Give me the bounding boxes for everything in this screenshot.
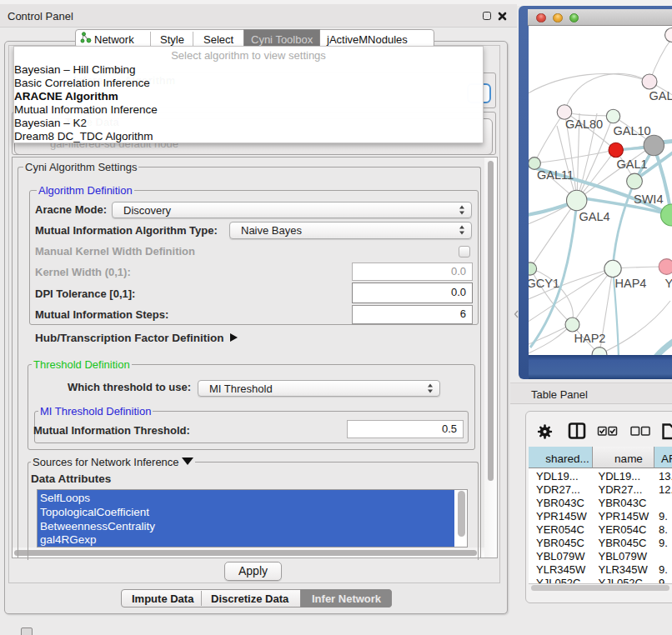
- svg-text:SWI4: SWI4: [634, 192, 663, 206]
- svg-text:HAP4: HAP4: [615, 277, 647, 290]
- svg-text:GAL10: GAL10: [614, 124, 651, 138]
- svg-text:GAL11: GAL11: [537, 168, 574, 182]
- svg-text:GAL80: GAL80: [565, 118, 603, 131]
- svg-text:HAP2: HAP2: [574, 332, 606, 345]
- svg-text:GAL2: GAL2: [649, 89, 672, 102]
- svg-text:YEL: YEL: [665, 277, 672, 290]
- svg-text:GAL4: GAL4: [579, 210, 610, 223]
- svg-text:GCY1: GCY1: [529, 277, 559, 290]
- svg-text:GAL1: GAL1: [617, 158, 648, 171]
